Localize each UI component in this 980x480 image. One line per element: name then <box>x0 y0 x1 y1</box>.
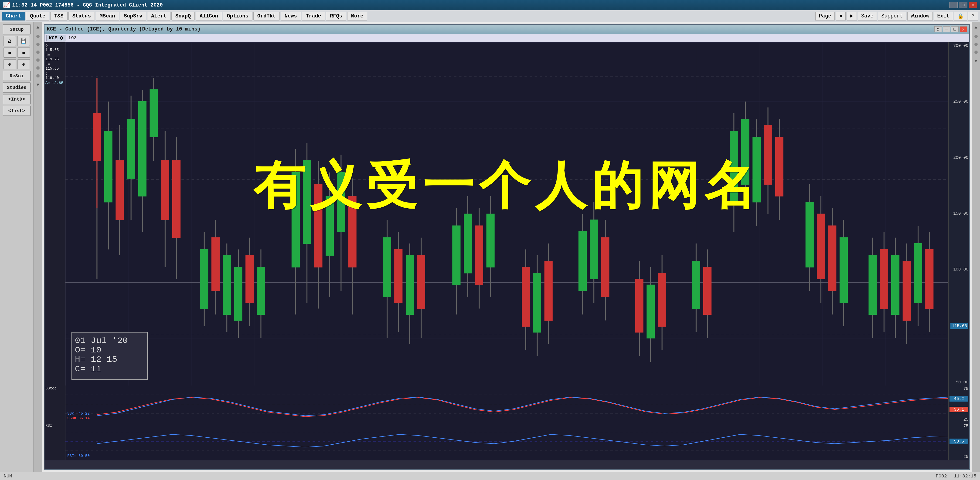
menu-right-btn-page[interactable]: Page <box>815 12 835 21</box>
chart-container: KCE - Coffee (ICE), Quarterly (Delayed b… <box>42 22 972 472</box>
status-p002: P002 <box>936 474 947 479</box>
nav-down-arrow[interactable]: ▼ <box>36 82 39 87</box>
chart-window-titlebar: KCE - Coffee (ICE), Quarterly (Delayed b… <box>45 25 969 34</box>
ohlc-open: O= 115.65 <box>45 44 64 52</box>
chart-minimize-button[interactable]: ─ <box>943 26 950 32</box>
svg-rect-38 <box>257 267 264 315</box>
rsi-badge-blue: 50.5 <box>950 439 968 444</box>
menu-right-btn-support[interactable]: Support <box>878 12 906 21</box>
svg-rect-102 <box>817 214 825 279</box>
ohlc-close: C= 119.40 <box>45 72 64 80</box>
svg-rect-42 <box>303 161 311 243</box>
menu-right-btn-save[interactable]: Save <box>858 12 877 21</box>
plus1-icon-btn[interactable]: ⊕ <box>3 59 16 69</box>
menu-btn-chart[interactable]: Chart <box>2 12 25 21</box>
stoch-panel-label: SStoc <box>45 386 64 391</box>
main-layout: Setup 🖨 💾 ⇄ ⇄ ⊕ ⊕ ReSci Studies <IntD> <… <box>0 22 980 472</box>
chart-maximize-button[interactable]: □ <box>951 26 959 32</box>
svg-rect-94 <box>753 137 760 202</box>
svg-rect-86 <box>692 261 700 308</box>
menu-btn-news[interactable]: News <box>281 12 301 21</box>
svg-rect-68 <box>522 267 529 326</box>
menu-btn-options[interactable]: Options <box>223 12 252 21</box>
menu-btn-quote[interactable]: Quote <box>26 12 49 21</box>
svg-rect-62 <box>464 214 471 273</box>
menu-btn-ordtkt[interactable]: OrdTkt <box>253 12 280 21</box>
svg-rect-116 <box>914 243 922 303</box>
price-badges-area: 115.65 <box>950 323 968 329</box>
menu-right-btn-[interactable]: ? <box>968 12 978 21</box>
nav-dot-1 <box>36 35 40 38</box>
rsi-y-25: 25 <box>950 455 968 459</box>
svg-rect-80 <box>636 279 643 332</box>
menu-btn-more[interactable]: More <box>347 12 368 21</box>
nav-dot-6 <box>36 74 40 78</box>
menu-btn-allcon[interactable]: AllCon <box>196 12 222 21</box>
y-label-50: 50.00 <box>950 380 968 385</box>
menu-btn-t&s[interactable]: T&S <box>50 12 68 21</box>
arrow2-icon-btn[interactable]: ⇄ <box>18 48 30 58</box>
menu-right-btn-window[interactable]: Window <box>907 12 933 21</box>
svg-rect-28 <box>200 249 208 308</box>
menu-right-btn-[interactable]: ◄ <box>835 12 846 21</box>
svg-rect-88 <box>703 267 711 315</box>
chart-settings-button[interactable]: ⚙ <box>934 26 942 32</box>
menu-btn-mscan[interactable]: MScan <box>96 12 119 21</box>
svg-rect-58 <box>417 255 425 309</box>
menu-btn-alert[interactable]: Alert <box>147 12 170 21</box>
minimize-button[interactable]: ─ <box>949 2 958 8</box>
close-button[interactable]: ✕ <box>969 2 977 8</box>
right-nav-up[interactable]: ▲ <box>974 25 977 30</box>
icon-row-1: 🖨 💾 <box>3 36 30 46</box>
chart-window: KCE - Coffee (ICE), Quarterly (Delayed b… <box>44 24 970 470</box>
stoch-y-75: 75 <box>950 386 968 391</box>
right-dot-2 <box>974 43 978 46</box>
svg-rect-72 <box>545 261 552 320</box>
menu-btn-supsrv[interactable]: SupSrv <box>120 12 146 21</box>
ohlc-delta: Δ= +3.85 <box>45 81 64 85</box>
menu-bar: ChartQuoteT&SStatusMScanSupSrvAlertSnapQ… <box>0 10 980 22</box>
svg-rect-46 <box>326 196 333 255</box>
plus2-icon-btn[interactable]: ⊕ <box>18 59 30 69</box>
arrow1-icon-btn[interactable]: ⇄ <box>3 48 16 58</box>
svg-rect-52 <box>383 238 391 297</box>
svg-rect-22 <box>150 90 158 137</box>
svg-rect-48 <box>337 173 345 232</box>
menu-btn-status[interactable]: Status <box>68 12 95 21</box>
svg-rect-14 <box>105 131 112 202</box>
list-button[interactable]: <list> <box>3 106 31 116</box>
left-sidebar: Setup 🖨 💾 ⇄ ⇄ ⊕ ⊕ ReSci Studies <IntD> <… <box>0 22 34 472</box>
menu-btn-rfqs[interactable]: RFQs <box>326 12 346 21</box>
status-time: 11:32:15 <box>954 474 976 479</box>
svg-rect-64 <box>475 226 483 285</box>
svg-text:C= 11: C= 11 <box>75 364 102 374</box>
nav-up-arrow[interactable]: ▲ <box>36 25 39 30</box>
resci-button[interactable]: ReSci <box>3 71 31 81</box>
maximize-button[interactable]: □ <box>959 2 967 8</box>
svg-rect-26 <box>173 161 180 237</box>
intd-button[interactable]: <IntD> <box>3 94 31 104</box>
svg-rect-34 <box>234 267 242 321</box>
svg-rect-10 <box>93 113 100 161</box>
menu-right-btn-[interactable]: ► <box>846 12 857 21</box>
right-nav-down[interactable]: ▼ <box>974 59 977 64</box>
studies-button[interactable]: Studies <box>3 83 31 93</box>
right-dot-1 <box>974 35 978 38</box>
chart-window-controls: ⚙ ─ □ ✕ <box>934 26 967 32</box>
svg-rect-106 <box>840 238 847 303</box>
svg-rect-20 <box>138 102 146 196</box>
print-icon-btn[interactable]: 🖨 <box>3 36 16 46</box>
right-nav-dots: ▲ ▼ <box>972 22 980 472</box>
chart-close-button[interactable]: ✕ <box>959 26 967 32</box>
menu-right-btn-exit[interactable]: Exit <box>934 12 953 21</box>
main-plot-area[interactable]: 有义受一个人的网名 <box>65 42 948 386</box>
y-label-100: 100.00 <box>950 267 968 272</box>
save-icon-btn[interactable]: 💾 <box>18 36 30 46</box>
menu-right-btn-[interactable]: 🔒 <box>954 12 967 21</box>
menu-btn-snapq[interactable]: SnapQ <box>172 12 195 21</box>
svg-rect-40 <box>292 173 299 267</box>
setup-button[interactable]: Setup <box>3 24 31 35</box>
svg-text:O= 10: O= 10 <box>75 345 102 355</box>
menu-btn-trade[interactable]: Trade <box>302 12 325 21</box>
svg-rect-110 <box>880 249 888 308</box>
